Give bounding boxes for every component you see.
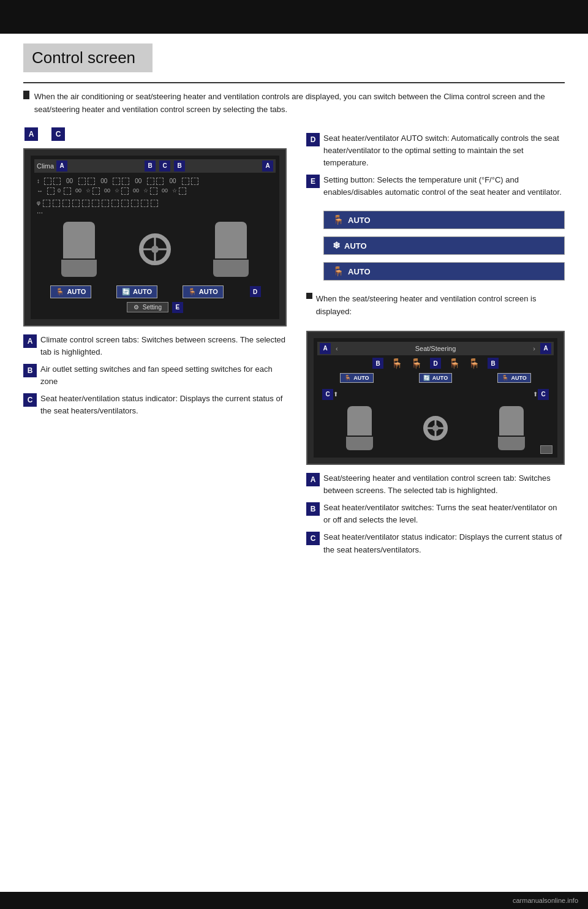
seat-cool-icon-large: ❄ bbox=[333, 240, 341, 251]
badge-C: C bbox=[23, 393, 37, 407]
setting-row: ⚙ Setting E bbox=[127, 302, 183, 313]
bottom-bar: carmanualsonline.info bbox=[0, 892, 588, 909]
seat-heat-icon-large: 🪑 bbox=[333, 214, 344, 225]
screen2-badge-B2: B bbox=[488, 358, 499, 369]
label-E-text: Setting button: Selects the temperature … bbox=[323, 174, 565, 198]
badge-C-top: C bbox=[51, 127, 65, 141]
section-title-box: Control screen bbox=[23, 43, 153, 72]
screen-D-badge: D bbox=[250, 286, 261, 297]
auto-btn-display-2[interactable]: ❄ AUTO bbox=[323, 236, 565, 255]
label2-C-text: Seat heater/ventilator status indicator:… bbox=[323, 531, 565, 556]
screen2-badge-C1: C bbox=[322, 389, 333, 400]
s2-steering-wheel bbox=[423, 416, 448, 440]
label-row-C: C Seat heater/ventilation status indicat… bbox=[23, 393, 287, 417]
intro-paragraph: When the air conditioning or seat/steeri… bbox=[34, 91, 565, 116]
screen2-auto-left[interactable]: 🪑 AUTO bbox=[340, 373, 373, 383]
vent-icon-left: ⬆ bbox=[333, 391, 338, 398]
clima-screen-mockup: Clima A B C B A ↕ bbox=[23, 148, 287, 326]
badge2-B: B bbox=[306, 502, 320, 516]
auto-btn-display-1[interactable]: 🪑 AUTO bbox=[323, 211, 565, 229]
auto-btn-display-3[interactable]: 🪑 AUTO bbox=[323, 262, 565, 281]
seat-icon-right: 🪑 bbox=[468, 358, 480, 369]
screen2-seat-area bbox=[317, 402, 554, 454]
top-bar bbox=[0, 0, 588, 34]
label-row-E: E Setting button: Selects the temperatur… bbox=[306, 174, 565, 198]
fan-row-1: ↕ 00 00 00 00 bbox=[37, 178, 273, 185]
vent-icon-right: ⬆ bbox=[533, 391, 538, 398]
left-column: A C Clima A B C B A bbox=[23, 127, 287, 560]
s2-right-seat bbox=[498, 406, 525, 450]
right-seat bbox=[213, 222, 249, 277]
screen-badge-C1: C bbox=[159, 160, 170, 172]
fan-row-2: ↔ 0 00 ☆ 00 ☆ 00 ☆ bbox=[37, 187, 273, 195]
screen-badge-A2: A bbox=[262, 160, 273, 172]
label-B-text: Air outlet setting switches and fan spee… bbox=[40, 363, 287, 388]
left-seat bbox=[61, 222, 97, 277]
setting-button[interactable]: ⚙ Setting bbox=[127, 302, 168, 312]
section2-intro: When the seat/steering heater and ventil… bbox=[316, 293, 565, 319]
dots-row: ··· bbox=[34, 208, 45, 217]
badge-B: B bbox=[23, 364, 37, 377]
screen2-badge-A1: A bbox=[320, 343, 331, 354]
footer-url: carmanualsonline.info bbox=[513, 897, 578, 904]
horizontal-rule bbox=[23, 82, 565, 83]
badge2-A: A bbox=[306, 473, 320, 486]
badge-D: D bbox=[306, 133, 320, 146]
label2-A-text: Seat/steering heater and ventilation con… bbox=[323, 472, 565, 497]
seat-icon-mid-right: 🪑 bbox=[448, 358, 461, 369]
s2-steer-icon: 🔄 bbox=[423, 375, 430, 381]
seat-graphic bbox=[34, 217, 276, 282]
screen2-badge-C2: C bbox=[538, 389, 549, 400]
section2-bullet bbox=[306, 293, 312, 299]
rear-seat-icon-large: 🪑 bbox=[333, 266, 344, 277]
badge-A: A bbox=[23, 334, 37, 348]
chevron-right: › bbox=[530, 345, 538, 352]
auto-btn-center[interactable]: 🔄 AUTO bbox=[116, 285, 157, 298]
heat-cool-row: φ bbox=[34, 198, 276, 208]
seat-icon-mid-left: 🪑 bbox=[410, 358, 423, 369]
screen2-title: Seat/Steering bbox=[343, 345, 529, 352]
chevron-left: ‹ bbox=[333, 345, 341, 352]
label-D-text: Seat heater/ventilator AUTO switch: Auto… bbox=[323, 132, 565, 169]
screen2-c-row: C ⬆ ⬆ C bbox=[317, 387, 554, 402]
s2-left-seat bbox=[346, 406, 373, 450]
auto-buttons-display: 🪑 AUTO ❄ AUTO 🪑 AUTO bbox=[323, 208, 565, 283]
screen-E-badge: E bbox=[172, 302, 183, 313]
screen2-auto-center[interactable]: 🔄 AUTO bbox=[419, 373, 452, 383]
camera-icon bbox=[540, 445, 552, 454]
screen2-auto-row: 🪑 AUTO 🔄 AUTO 🪑 AUTO bbox=[317, 372, 554, 384]
label-row-A: A Climate control screen tabs: Switches … bbox=[23, 334, 287, 358]
screen-topbar: Clima A B C B A bbox=[34, 159, 276, 173]
badge-A-top: A bbox=[24, 127, 38, 141]
s2-rear-icon: 🪑 bbox=[502, 375, 508, 381]
screen2-topbar: A ‹ Seat/Steering › A bbox=[317, 342, 554, 355]
screen2-auto-right[interactable]: 🪑 AUTO bbox=[497, 373, 530, 383]
label2-B-text: Seat heater/ventilator switches: Turns t… bbox=[323, 502, 565, 526]
seat-steer-icon: 🔄 bbox=[122, 288, 130, 296]
seat-icon-left: 🪑 bbox=[391, 358, 403, 369]
screen2-inner: A ‹ Seat/Steering › A B 🪑 🪑 D 🪑 🪑 bbox=[314, 338, 557, 458]
steering-wheel bbox=[139, 233, 171, 265]
screen-badge-B2: B bbox=[174, 160, 185, 172]
screen2-badge-B1: B bbox=[372, 358, 383, 369]
auto-btn-right[interactable]: 🪑 AUTO bbox=[183, 285, 224, 298]
label-row-D: D Seat heater/ventilator AUTO switch: Au… bbox=[306, 132, 565, 169]
label-row-B: B Air outlet setting switches and fan sp… bbox=[23, 363, 287, 388]
s2-heat-icon: 🪑 bbox=[344, 375, 351, 381]
section-bullet bbox=[23, 91, 29, 99]
label-C-text: Seat heater/ventilation status indicator… bbox=[40, 393, 287, 417]
screen2-badge-D: D bbox=[430, 358, 441, 369]
seat-steering-screen-mockup: A ‹ Seat/Steering › A B 🪑 🪑 D 🪑 🪑 bbox=[306, 331, 565, 465]
label2-row-B: B Seat heater/ventilator switches: Turns… bbox=[306, 502, 565, 526]
auto-buttons-row: 🪑 AUTO 🔄 AUTO 🪑 AUTO D bbox=[34, 282, 276, 302]
label2-row-A: A Seat/steering heater and ventilation c… bbox=[306, 472, 565, 497]
badge2-C: C bbox=[306, 532, 320, 545]
screen-badge-B1: B bbox=[145, 160, 156, 172]
label2-row-C: C Seat heater/ventilator status indicato… bbox=[306, 531, 565, 556]
label-A-text: Climate control screen tabs: Switches be… bbox=[40, 334, 287, 358]
screen2-row2: B 🪑 🪑 D 🪑 🪑 B bbox=[317, 358, 554, 369]
clima-screen-inner: Clima A B C B A ↕ bbox=[31, 156, 279, 319]
auto-btn-left[interactable]: 🪑 AUTO bbox=[50, 285, 91, 298]
badge-E: E bbox=[306, 175, 320, 188]
screen2-badge-A2: A bbox=[540, 343, 551, 354]
